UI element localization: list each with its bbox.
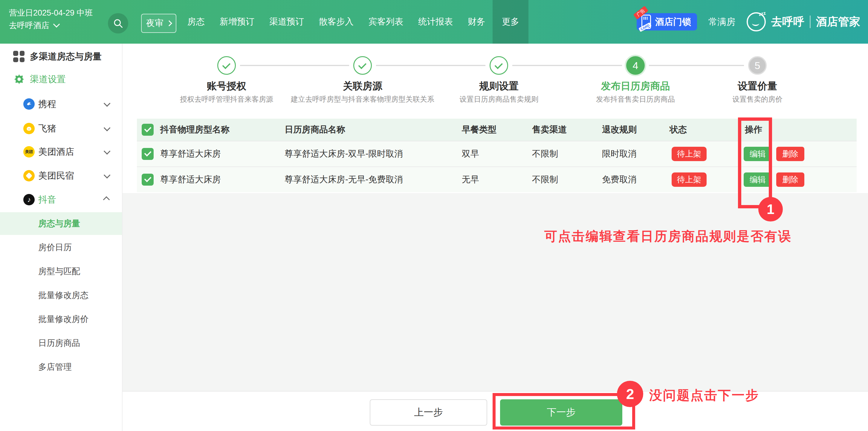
sidebar-item-fliggy[interactable]: 飞猪: [0, 117, 122, 140]
subitem-label: 房价日历: [38, 242, 72, 253]
sidebar-item-meituan-hotel[interactable]: 美团 美团酒店: [0, 141, 122, 163]
product-name-cell: 尊享舒适大床房-无早-免费取消: [284, 174, 462, 186]
sidebar-item-douyin[interactable]: ♪ 抖音: [0, 188, 122, 211]
nav-item-new-booking[interactable]: 新增预订: [212, 0, 262, 43]
breakfast-cell: 双早: [462, 148, 532, 160]
sidebar-item-meituan-minsu[interactable]: 美团民宿: [0, 164, 122, 187]
step-3-label: 规则设置: [439, 80, 559, 93]
sidebar-subitem-price-calendar[interactable]: 房价日历: [0, 236, 122, 259]
search-button[interactable]: [108, 13, 128, 33]
status-badge: 待上架: [672, 147, 707, 161]
nav-item-channel-booking[interactable]: 渠道预订: [262, 0, 311, 43]
gear-icon: [13, 73, 25, 85]
col-status: 状态: [670, 124, 738, 136]
sidebar-subitem-bulk-room-price[interactable]: 批量修改房价: [0, 308, 122, 331]
row-checkbox[interactable]: [142, 174, 154, 186]
meituan-minsu-icon: [23, 170, 35, 181]
step-1-label: 账号授权: [167, 80, 286, 93]
step-connector: [240, 65, 349, 66]
sidebar-item-multichannel[interactable]: 多渠道房态与房量: [0, 45, 122, 68]
subitem-label: 房型与匹配: [38, 266, 80, 277]
often-full-link[interactable]: 常满房: [708, 16, 735, 28]
sidebar-subitem-bulk-room-status[interactable]: 批量修改房态: [0, 284, 122, 307]
annotation-number-1: 1: [758, 197, 783, 221]
chevron-down-icon: [104, 148, 111, 155]
check-icon: [222, 61, 231, 69]
meituan-minsu-label: 美团民宿: [38, 170, 74, 182]
hotel-name-label: 去呼呼酒店: [9, 19, 49, 32]
chevron-down-icon: [53, 21, 60, 28]
sidebar-subitem-multi-store[interactable]: 多店管理: [0, 356, 122, 378]
subitem-label: 批量修改房态: [38, 289, 89, 301]
select-all-checkbox[interactable]: [142, 124, 154, 136]
row-checkbox[interactable]: [142, 148, 154, 160]
step-5-circle: 5: [748, 56, 767, 75]
step-4-label: 发布日历房商品: [576, 80, 695, 93]
subitem-label: 日历房商品: [38, 337, 80, 349]
nav-item-reports[interactable]: 统计报表: [411, 0, 460, 43]
brand-suffix: 酒店管家: [816, 14, 860, 29]
cancel-policy-cell: 限时取消: [602, 148, 670, 160]
door-lock-ad-badge[interactable]: CARD 酒店门锁 广告: [637, 13, 697, 30]
step-1-circle: [217, 56, 236, 75]
douyin-label: 抖音: [38, 194, 56, 206]
sidebar-subitem-room-status-qty[interactable]: 房态与房量: [0, 212, 122, 235]
sidebar-item-ctrip[interactable]: 携程: [0, 93, 122, 115]
meituan-hotel-icon: 美团: [23, 146, 35, 157]
business-day-label: 营业日2025-04-29 中班: [9, 7, 93, 19]
app-root: 营业日2025-04-29 中班 去呼呼酒店 夜审 房态 新增预订 渠道预订 散…: [0, 0, 868, 431]
check-icon: [359, 61, 367, 69]
hotel-switcher[interactable]: 去呼呼酒店: [9, 19, 93, 32]
subitem-label: 批量修改房价: [38, 313, 89, 325]
nav-item-guest-list[interactable]: 宾客列表: [361, 0, 411, 43]
nav-item-finance[interactable]: 财务: [460, 0, 493, 43]
top-header-bar: 营业日2025-04-29 中班 去呼呼酒店 夜审 房态 新增预订 渠道预订 散…: [0, 0, 868, 43]
col-product-name: 日历房商品名称: [284, 124, 462, 136]
meituan-hotel-label: 美团酒店: [38, 146, 74, 158]
previous-step-button[interactable]: 上一步: [370, 399, 487, 426]
door-lock-icon: CARD: [642, 14, 651, 29]
brand-logo-icon: zzz: [747, 12, 766, 31]
col-sale-channel: 售卖渠道: [532, 124, 602, 136]
chevron-up-icon: [103, 196, 110, 203]
delete-button[interactable]: 删除: [776, 147, 804, 161]
subitem-label: 多店管理: [38, 361, 72, 373]
nav-item-room-status[interactable]: 房态: [180, 0, 212, 43]
nav-item-walk-in[interactable]: 散客步入: [311, 0, 361, 43]
business-day-block: 营业日2025-04-29 中班 去呼呼酒店: [9, 7, 93, 32]
check-icon: [495, 61, 503, 69]
sidebar-item-channel-settings[interactable]: 渠道设置: [0, 68, 122, 91]
chevron-down-icon: [104, 125, 111, 131]
main-nav: 房态 新增预订 渠道预订 散客步入 宾客列表 统计报表 财务 更多: [180, 0, 528, 43]
annotation-number-2: 2: [617, 381, 643, 407]
sale-channel-cell: 不限制: [532, 174, 602, 186]
sidebar: 多渠道房态与房量 渠道设置 携程 飞猪 美团: [0, 43, 123, 431]
meituan-icon-text: 美团: [25, 149, 33, 155]
night-audit-button[interactable]: 夜审: [141, 14, 176, 33]
step-2-label: 关联房源: [303, 80, 422, 93]
step-2-circle: [353, 56, 372, 75]
step-connector: [649, 65, 744, 66]
cancel-policy-cell: 免费取消: [602, 174, 670, 186]
nav-item-more[interactable]: 更多: [493, 0, 528, 43]
step-connector: [376, 65, 486, 66]
chevron-down-icon: [104, 172, 111, 179]
col-breakfast: 早餐类型: [462, 124, 532, 136]
step-4-circle: 4: [626, 56, 645, 75]
annotation-rect-next-button: [493, 393, 635, 430]
step-5-label: 设置价量: [698, 80, 817, 93]
sidebar-title-label: 多渠道房态与房量: [30, 51, 102, 63]
door-lock-label: 酒店门锁: [655, 16, 691, 28]
sidebar-subitem-calendar-product[interactable]: 日历房商品: [0, 332, 122, 355]
header-right-cluster: CARD 酒店门锁 广告 常满房 zzz 去呼呼 酒店管家: [637, 0, 860, 43]
grid-icon: [13, 51, 25, 62]
col-room-type: 抖音物理房型名称: [160, 124, 229, 136]
sale-channel-cell: 不限制: [532, 148, 602, 160]
sidebar-subitem-roomtype-match[interactable]: 房型与匹配: [0, 260, 122, 283]
col-cancel-policy: 退改规则: [602, 124, 670, 136]
annotation-text-1: 可点击编辑查看日历房商品规则是否有误: [544, 228, 792, 245]
step-5-desc: 设置售卖的房价: [674, 94, 841, 104]
room-type-cell: 尊享舒适大床房: [160, 174, 221, 186]
delete-button[interactable]: 删除: [776, 173, 804, 187]
step-3-circle: [490, 56, 508, 75]
